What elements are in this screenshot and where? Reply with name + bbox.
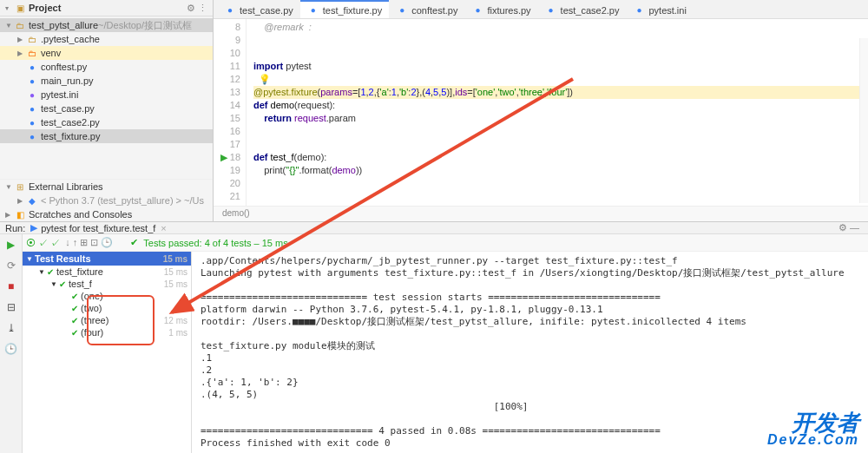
rerun-button[interactable]: ⟳ bbox=[4, 259, 18, 272]
tab-pytest-ini[interactable]: ●pytest.ini bbox=[626, 0, 693, 18]
tree-item-pytest-ini[interactable]: ●pytest.ini bbox=[0, 88, 213, 102]
tab-test_case-py[interactable]: ●test_case.py bbox=[217, 0, 300, 18]
code-line-11[interactable]: import pytest bbox=[253, 60, 868, 73]
test-node--one-[interactable]: ✔(one) bbox=[23, 290, 191, 302]
history-button[interactable]: 🕒 bbox=[4, 342, 18, 356]
tree-item-test_pytst_allure[interactable]: ▼🗀test_pytst_allure ~/Desktop/接口测试框 bbox=[0, 18, 213, 32]
tree-item-conftest-py[interactable]: ●conftest.py bbox=[0, 60, 213, 74]
external-libraries[interactable]: ▼⊞External Libraries bbox=[0, 180, 213, 194]
tests-ok-icon[interactable]: ⦿ ✓ ✓ bbox=[26, 238, 60, 248]
watermark: 开发者 DevZe.Com bbox=[767, 413, 859, 446]
python-env[interactable]: ▶◆< Python 3.7 (test_pytst_allure) > ~/U… bbox=[0, 194, 213, 207]
code-editor[interactable]: 891011121314151617▶ 18192021 @remark :im… bbox=[214, 19, 868, 206]
run-label: Run: bbox=[5, 223, 25, 233]
editor-tabs: ●test_case.py●test_fixture.py●conftest.p… bbox=[214, 0, 868, 19]
test-node-Test-Results[interactable]: ▼Test Results15 ms bbox=[23, 252, 191, 266]
code-line-19[interactable]: print("{}".format(demo)) bbox=[253, 164, 868, 177]
code-line-15[interactable]: return request.param bbox=[253, 112, 868, 125]
test-status-text: Tests passed: 4 of 4 tests – 15 ms bbox=[143, 238, 287, 248]
run-config-name[interactable]: pytest for test_fixture.test_f bbox=[41, 223, 155, 233]
code-line-10[interactable] bbox=[253, 47, 868, 60]
project-header[interactable]: ▾ ▣ Project ⚙ ⋮ bbox=[0, 0, 213, 16]
code-line-14[interactable]: def demo(request): bbox=[253, 99, 868, 112]
code-line-16[interactable] bbox=[253, 125, 868, 138]
test-tree[interactable]: ▼Test Results15 ms▼✔test_fixture15 ms▼✔t… bbox=[23, 252, 192, 453]
run-button[interactable]: ▶ bbox=[4, 238, 18, 252]
breadcrumb[interactable]: demo() bbox=[214, 206, 868, 221]
code-line-12[interactable]: 💡 bbox=[253, 73, 868, 86]
code-line-17[interactable] bbox=[253, 138, 868, 151]
run-config-icon: ▶ bbox=[30, 222, 37, 233]
tree-item-test_case-py[interactable]: ●test_case.py bbox=[0, 102, 213, 115]
tree-item-main_run-py[interactable]: ●main_run.py bbox=[0, 74, 213, 88]
tab-test_case2-py[interactable]: ●test_case2.py bbox=[538, 0, 627, 18]
tab-fixtures-py[interactable]: ●fixtures.py bbox=[464, 0, 537, 18]
test-node--four-[interactable]: ✔(four)1 ms bbox=[23, 326, 191, 338]
filter-button[interactable]: ⊟ bbox=[4, 300, 18, 314]
run-toolbar: ▶ ⟳ ■ ⊟ ⤓ 🕒 bbox=[0, 234, 23, 453]
tree-item-venv[interactable]: ▶🗀venv bbox=[0, 46, 213, 60]
project-title: Project bbox=[29, 3, 61, 13]
test-node--three-[interactable]: ✔(three)12 ms bbox=[23, 314, 191, 326]
test-node--two-[interactable]: ✔(two) bbox=[23, 302, 191, 314]
code-line-20[interactable] bbox=[253, 177, 868, 190]
stop-button[interactable]: ■ bbox=[4, 279, 18, 293]
run-settings-icon[interactable]: ⚙ — bbox=[838, 222, 859, 233]
project-icon: ▣ bbox=[14, 2, 26, 14]
tab-conftest-py[interactable]: ●conftest.py bbox=[389, 0, 464, 18]
scratches-consoles[interactable]: ▶◧Scratches and Consoles bbox=[0, 207, 213, 221]
pass-icon: ✔ bbox=[130, 237, 138, 248]
code-line-8[interactable]: @remark : bbox=[253, 21, 868, 34]
tree-item-test_case2-py[interactable]: ●test_case2.py bbox=[0, 115, 213, 129]
code-line-13[interactable]: @pytest.fixture(params=[1,2,{'a':1,'b':2… bbox=[253, 86, 868, 99]
code-line-21[interactable] bbox=[253, 190, 868, 203]
tab-test_fixture-py[interactable]: ●test_fixture.py bbox=[300, 0, 389, 18]
project-sidebar: ▾ ▣ Project ⚙ ⋮ ▼🗀test_pytst_allure ~/De… bbox=[0, 0, 214, 221]
project-tree[interactable]: ▼🗀test_pytst_allure ~/Desktop/接口测试框▶🗀.py… bbox=[0, 16, 213, 179]
export-button[interactable]: ⤓ bbox=[4, 321, 18, 335]
test-node-test_f[interactable]: ▼✔test_f15 ms bbox=[23, 278, 191, 290]
tree-item--pytest_cache[interactable]: ▶🗀.pytest_cache bbox=[0, 32, 213, 46]
code-line-18[interactable]: def test_f(demo): bbox=[253, 151, 868, 164]
test-status-bar: ⦿ ✓ ✓ ↓ ↑ ⊞ ⊡ 🕒 ✔ Tests passed: 4 of 4 t… bbox=[23, 234, 868, 252]
tree-item-test_fixture-py[interactable]: ●test_fixture.py bbox=[0, 129, 213, 143]
run-header: Run: ▶ pytest for test_fixture.test_f × … bbox=[0, 222, 868, 234]
code-line-9[interactable] bbox=[253, 34, 868, 47]
test-node-test_fixture[interactable]: ▼✔test_fixture15 ms bbox=[23, 266, 191, 278]
